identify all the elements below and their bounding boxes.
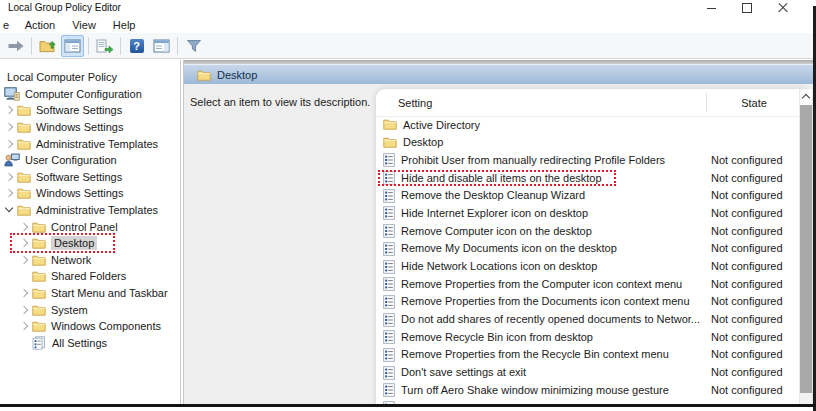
tree-item-network[interactable]: Network: [0, 252, 180, 269]
row-turn-off-aero-shake-window-minimizing-mous[interactable]: Turn off Aero Shake window minimizing mo…: [376, 381, 799, 399]
chevron-right-icon[interactable]: [18, 287, 30, 299]
chevron-right-icon[interactable]: [18, 254, 30, 266]
filter-button[interactable]: [182, 35, 205, 57]
row-remove-properties-from-the-documents-icon-[interactable]: Remove Properties from the Documents ico…: [376, 293, 799, 311]
row-do-not-add-shares-of-recently-opened-docum[interactable]: Do not add shares of recently opened doc…: [376, 311, 799, 329]
tree-item-label: Windows Components: [51, 319, 161, 333]
setting-name: Remove Properties from the Recycle Bin c…: [401, 348, 669, 360]
chevron-right-icon[interactable]: [3, 104, 15, 116]
tree-item-control-panel[interactable]: Control Panel: [0, 218, 180, 235]
setting-state: Not configured: [711, 295, 783, 307]
row-hide-internet-explorer-icon-on-desktop[interactable]: Hide Internet Explorer icon on desktopNo…: [376, 204, 799, 222]
tree-item-start-menu-and-taskbar[interactable]: Start Menu and Taskbar: [0, 285, 180, 302]
row-prohibit-user-from-manually-redirecting-pr[interactable]: Prohibit User from manually redirecting …: [376, 151, 799, 169]
chevron-up-icon: [802, 94, 810, 102]
menu-item-help[interactable]: Help: [104, 19, 144, 31]
scroll-up-button[interactable]: [800, 89, 812, 105]
tree-item-label: Desktop: [51, 236, 97, 250]
folder-icon: [32, 304, 46, 316]
setting-name: Turn off Aero Shake window minimizing mo…: [401, 384, 669, 396]
row-remove-the-desktop-cleanup-wizard[interactable]: Remove the Desktop Cleanup WizardNot con…: [376, 187, 799, 205]
policy-setting-icon: [383, 277, 395, 291]
setting-name: Do not add shares of recently opened doc…: [401, 313, 700, 325]
tree-item-software-settings-user[interactable]: Software Settings: [0, 169, 180, 186]
close-icon: [778, 3, 788, 13]
menu-item-action[interactable]: Action: [16, 19, 64, 31]
chevron-right-icon[interactable]: [18, 237, 30, 249]
help-button[interactable]: ?: [125, 35, 148, 57]
policy-setting-icon: [383, 313, 395, 327]
tree-item-software-settings-computer[interactable]: Software Settings: [0, 102, 180, 119]
action-pane-button[interactable]: [150, 35, 173, 57]
tree-item-label: Windows Settings: [36, 186, 123, 200]
folder-icon: [383, 136, 397, 148]
chevron-right-icon[interactable]: [3, 171, 15, 183]
forward-arrow-icon: [7, 39, 25, 53]
column-separator[interactable]: [706, 93, 707, 112]
vertical-scrollbar[interactable]: [799, 89, 812, 404]
tree-item-system[interactable]: System: [0, 301, 180, 318]
folder-icon: [17, 204, 31, 216]
tree-item-label: Network: [51, 253, 91, 267]
settings-rows: Active DirectoryDesktopProhibit User fro…: [376, 116, 799, 404]
chevron-right-icon[interactable]: [18, 304, 30, 316]
up-one-level-button[interactable]: [36, 35, 59, 57]
window-controls: [693, 0, 801, 16]
pane-header-title: Desktop: [217, 69, 257, 81]
scrollbar-thumb[interactable]: [800, 105, 812, 393]
all-settings-icon: [32, 336, 47, 350]
minimize-button[interactable]: [693, 0, 729, 16]
chevron-right-icon[interactable]: [18, 320, 30, 332]
row-remove-my-documents-icon-on-the-desktop[interactable]: Remove My Documents icon on the desktopN…: [376, 240, 799, 258]
tree-item-label: User Configuration: [25, 153, 117, 167]
row-remove-properties-from-the-recycle-bin-con[interactable]: Remove Properties from the Recycle Bin c…: [376, 346, 799, 364]
tree-item-all-settings[interactable]: All Settings: [0, 335, 180, 352]
tree-item-windows-settings-user[interactable]: Windows Settings: [0, 185, 180, 202]
menubar: eActionViewHelp: [0, 16, 813, 33]
tree-item-label: Administrative Templates: [36, 203, 158, 217]
tree-item-administrative-templates-computer[interactable]: Administrative Templates: [0, 135, 180, 152]
menu-item-view[interactable]: View: [64, 19, 105, 31]
row-remove-recycle-bin-icon-from-desktop[interactable]: Remove Recycle Bin icon from desktopNot …: [376, 328, 799, 346]
column-header-setting[interactable]: Setting: [398, 97, 432, 109]
tree-item-user-configuration[interactable]: User Configuration: [0, 152, 180, 169]
tree-item-label: System: [51, 303, 88, 317]
export-list-icon: [96, 39, 113, 53]
tree-item-label: Windows Settings: [36, 120, 123, 134]
setting-state: Not configured: [711, 154, 783, 166]
chevron-right-icon[interactable]: [3, 187, 15, 199]
row-don-t-save-settings-at-exit[interactable]: Don't save settings at exitNot configure…: [376, 364, 799, 382]
tree-item-local-computer-policy[interactable]: Local Computer Policy: [0, 69, 180, 86]
setting-state: Not configured: [711, 260, 783, 272]
row-desktop[interactable]: Desktop: [376, 134, 799, 152]
row-hide-and-disable-all-items-on-the-desktop[interactable]: Hide and disable all items on the deskto…: [376, 169, 799, 187]
menu-item-file[interactable]: e: [0, 19, 16, 31]
window-bottom-border: [0, 404, 816, 407]
row-hide-network-locations-icon-on-desktop[interactable]: Hide Network Locations icon on desktopNo…: [376, 258, 799, 276]
show-console-tree-button[interactable]: [61, 35, 84, 57]
chevron-right-icon[interactable]: [3, 121, 15, 133]
tree-item-windows-components[interactable]: Windows Components: [0, 318, 180, 335]
forward-button[interactable]: [4, 35, 27, 57]
tree-item-computer-configuration[interactable]: Computer Configuration: [0, 86, 180, 103]
chevron-down-icon[interactable]: [3, 204, 15, 216]
row-remove-properties-from-the-computer-icon-c[interactable]: Remove Properties from the Computer icon…: [376, 275, 799, 293]
tree-item-shared-folders[interactable]: Shared Folders: [0, 268, 180, 285]
setting-state: Not configured: [711, 172, 783, 184]
row-remove-computer-icon-on-the-desktop[interactable]: Remove Computer icon on the desktopNot c…: [376, 222, 799, 240]
chevron-right-icon[interactable]: [3, 138, 15, 150]
close-button[interactable]: [765, 0, 801, 16]
maximize-button[interactable]: [729, 0, 765, 16]
column-header-state[interactable]: State: [708, 97, 800, 109]
setting-name: Remove Computer icon on the desktop: [401, 225, 592, 237]
tree-item-administrative-templates-user[interactable]: Administrative Templates: [0, 202, 180, 219]
action-pane-icon: [153, 39, 170, 53]
window-title: Local Group Policy Editor: [8, 2, 121, 13]
row-active-directory[interactable]: Active Directory: [376, 116, 799, 134]
tree-item-windows-settings-computer[interactable]: Windows Settings: [0, 119, 180, 136]
tree-item-desktop[interactable]: Desktop: [0, 235, 180, 252]
setting-name: Prohibit User from manually redirecting …: [401, 154, 665, 166]
export-list-button[interactable]: [93, 35, 116, 57]
chevron-right-icon[interactable]: [18, 221, 30, 233]
folder-icon: [32, 320, 46, 332]
